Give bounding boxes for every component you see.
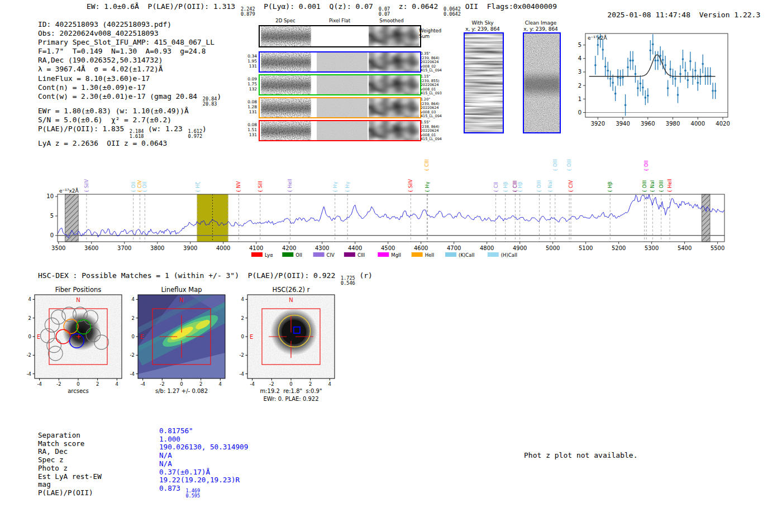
spec2d-row-label: 1.20"(239, 864)20220624v008_03415_LL_094	[421, 98, 450, 119]
y-tick-label: -4	[27, 371, 31, 377]
match-table-value: 0.37(±0.17)Å	[159, 468, 248, 477]
legend-label: MgII	[391, 252, 401, 258]
data-point	[597, 44, 599, 46]
legend-label: (H)CaII	[501, 252, 517, 258]
data-point	[669, 68, 671, 70]
match-table-labels: SeparationMatch scoreRA, DecSpec zPhoto …	[38, 432, 102, 497]
spec2d-row	[259, 120, 421, 141]
data-point	[637, 87, 639, 89]
data-point	[702, 63, 704, 65]
legend-swatch	[313, 252, 325, 257]
x-tick-label: -4	[140, 381, 145, 387]
emission-line-label: { SiIV	[84, 179, 89, 193]
spec2d-cell-2dspec	[261, 75, 311, 94]
data-point	[687, 79, 689, 82]
x-tick-label: 4300	[315, 245, 329, 251]
lineflux-map-panel: -4-4-2-2002244NE	[125, 293, 234, 391]
data-point	[652, 44, 654, 46]
x-tick-label: 0	[289, 381, 292, 387]
emission-line-label: { Hγ	[345, 181, 350, 193]
y-tick-label: -4	[240, 371, 244, 377]
emission-line-label: { NV	[236, 181, 241, 193]
x-tick-label: 5400	[678, 245, 692, 251]
compass-north: N	[76, 297, 80, 303]
data-point	[657, 60, 659, 62]
spec2d-row	[259, 74, 421, 95]
emission-line-label: { Hζ	[195, 181, 201, 193]
header-datetime: 2025-01-08 11:47:48	[607, 11, 690, 19]
emission-line-label: { CII	[493, 182, 499, 193]
data-point	[602, 49, 604, 51]
spec2d-row	[259, 51, 421, 73]
x-tick-label: 3940	[616, 121, 630, 127]
emission-line-label: { Hβ	[607, 181, 613, 193]
emission-line-label: { HeII	[287, 179, 293, 193]
x-tick-label: 4020	[716, 121, 729, 127]
y-tick-label: -2	[240, 352, 244, 358]
data-point	[619, 77, 622, 79]
spec2d-cell-pixelflat	[317, 52, 368, 71]
spec2d-cell-2dspec	[261, 98, 311, 117]
compass-north: N	[179, 297, 183, 303]
emission-line-label: { OII	[142, 181, 147, 193]
elixer-report-page: EW: 1.0±0.6Å P(LAE)/P(OII): 1.313 2.2420…	[0, 0, 782, 532]
match-table-label: Photo z	[38, 464, 102, 473]
y-axis-label: e⁻¹⁷x2Å	[59, 188, 79, 194]
compass-north: N	[289, 297, 293, 303]
spec2d-cell-2dspec	[261, 121, 311, 140]
x-tick-label: 4600	[414, 245, 428, 251]
emission-line-label: { OII	[131, 181, 136, 193]
x-tick-label: 3800	[150, 245, 164, 251]
y-tick-label: 5	[578, 42, 581, 48]
spec2d-col-title-1: 2D Spec	[260, 18, 311, 23]
y-tick-label: 3	[578, 69, 581, 75]
y-tick-label: 10	[46, 193, 54, 199]
data-point	[627, 66, 629, 69]
spec2d-cell-smoothed	[369, 121, 419, 140]
x-tick-label: 3500	[51, 245, 65, 251]
y-tick-label: 4	[28, 296, 31, 302]
data-point	[614, 93, 617, 95]
y-tick-label: -4	[130, 371, 135, 377]
legend-swatch	[488, 252, 499, 257]
spec2d-cell-pixelflat	[317, 98, 368, 117]
emission-line-label: { Hγ	[332, 181, 338, 193]
y-tick-label: 2	[28, 315, 31, 321]
info-line: S/N = 5.0(±0.6) χ² = 2.7(±0.2)	[38, 116, 221, 124]
match-table-label: Match score	[38, 440, 102, 448]
data-point	[642, 87, 644, 89]
y-tick-label: 0	[241, 334, 244, 339]
spec2d-cell-pixelflat	[317, 75, 368, 94]
masked-band	[702, 194, 710, 242]
legend-label: OII	[295, 252, 302, 258]
emission-line-label: { OIII	[566, 159, 572, 171]
x-tick-label: 4	[116, 381, 118, 387]
data-point	[640, 83, 642, 85]
x-tick-label: 4000	[691, 121, 705, 127]
match-table-value: N/A	[159, 452, 248, 460]
x-tick-label: 5200	[612, 245, 626, 251]
data-point	[714, 90, 717, 92]
emission-line-label: { OIII	[552, 159, 558, 171]
emission-line-label: { CIII	[424, 159, 430, 171]
legend-swatch	[344, 252, 355, 257]
x-tick-label: -2	[56, 381, 61, 387]
spec2d-row-stats: 0.081.28131	[246, 99, 257, 114]
hsc-caption-2: EWr: 0. PLAE: 0.922	[235, 396, 347, 402]
x-tick-label: 0	[180, 381, 183, 387]
data-point	[662, 59, 664, 61]
clean-image	[523, 32, 561, 133]
info-line: LineFlux = 8.10(±3.60)e-17	[38, 74, 221, 83]
spec2d-cell-smoothed	[369, 75, 419, 94]
x-tick-label: 4	[328, 381, 331, 387]
info-line: λ = 3967.4Å σ = 4.02(±1.72)Å	[38, 65, 221, 74]
spec2d-col-title-3: Smoothed	[366, 18, 417, 23]
emission-line-label: { NaI	[650, 180, 655, 193]
x-tick-label: 3600	[84, 245, 98, 251]
match-table-value: 19.22(19.20,19.23)R	[159, 476, 248, 485]
spec2d-row-label: 1.15"(239, 855)20220624v008_01415_LL_093	[421, 75, 450, 96]
spec2d-figure: 0.341.951310.35"(239, 864)20220624v008_0…	[247, 25, 449, 143]
legend-swatch	[378, 252, 389, 257]
hsc-dex-summary: HSC-DEX : Possible Matches = 1 (within +…	[38, 271, 373, 286]
legend-label: (K)CaII	[459, 252, 474, 258]
